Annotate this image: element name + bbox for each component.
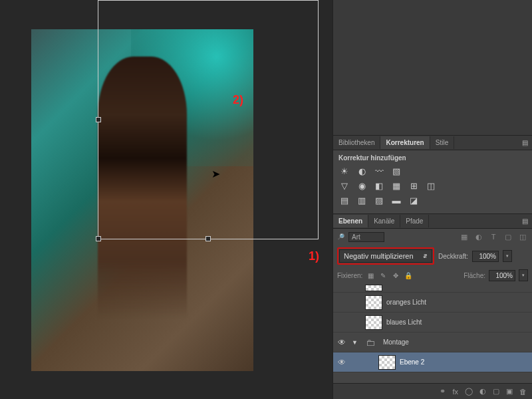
selective-color-icon[interactable]: ◪ bbox=[408, 195, 420, 205]
tab-kanaele[interactable]: Kanäle bbox=[368, 215, 400, 227]
lock-fill-row: Fixieren: ▦ ✎ ✥ 🔒 Fläche: ▾ bbox=[333, 267, 532, 283]
visibility-toggle[interactable]: 👁 bbox=[336, 356, 348, 368]
photo-figure bbox=[98, 57, 187, 347]
lock-all-icon[interactable]: 🔒 bbox=[404, 271, 413, 280]
layer-thumb bbox=[378, 355, 396, 370]
layer-name: oranges Licht bbox=[386, 299, 426, 306]
posterize-icon[interactable]: ▥ bbox=[356, 195, 368, 205]
brightness-icon[interactable]: ☀ bbox=[338, 166, 350, 176]
layer-list: oranges Licht blaues Licht 👁 ▼ 🗀 Montage… bbox=[333, 283, 532, 372]
photo-content bbox=[31, 29, 253, 371]
properties-panel-empty bbox=[333, 0, 532, 136]
annotation-2: 2) bbox=[233, 93, 243, 107]
opacity-label: Deckkraft: bbox=[438, 253, 468, 260]
tab-stile[interactable]: Stile bbox=[430, 136, 454, 149]
panels-sidebar: Bibliotheken Korrekturen Stile ▤ Korrekt… bbox=[332, 0, 532, 399]
annotation-1: 1) bbox=[309, 249, 319, 263]
layer-thumb bbox=[365, 295, 382, 310]
exposure-icon[interactable]: ▧ bbox=[390, 166, 402, 176]
opacity-dropdown-icon[interactable]: ▾ bbox=[503, 250, 512, 262]
curves-icon[interactable]: 〰 bbox=[373, 166, 385, 176]
chevron-updown-icon: ⇵ bbox=[423, 253, 428, 259]
layers-tab-bar: Ebenen Kanäle Pfade ▤ bbox=[333, 214, 532, 229]
blend-opacity-row: Negativ multiplizieren ⇵ Deckkraft: ▾ bbox=[333, 245, 532, 267]
layer-row[interactable]: 👁 Ebene 2 bbox=[333, 352, 532, 372]
filter-shape-icon[interactable]: ▢ bbox=[503, 231, 513, 242]
disclosure-triangle-icon[interactable]: ▼ bbox=[352, 339, 358, 346]
new-group-icon[interactable]: ▢ bbox=[493, 387, 499, 396]
hue-icon[interactable]: ◉ bbox=[356, 180, 368, 191]
folder-icon: 🗀 bbox=[362, 335, 379, 350]
link-layers-icon[interactable]: ⚭ bbox=[440, 387, 446, 396]
fill-label: Fläche: bbox=[464, 272, 485, 279]
layer-row[interactable]: oranges Licht bbox=[333, 293, 532, 313]
document-image[interactable] bbox=[31, 29, 253, 371]
mask-icon[interactable]: ◯ bbox=[465, 387, 473, 396]
layer-kind-filter[interactable] bbox=[348, 232, 384, 242]
blend-mode-value: Negativ multiplizieren bbox=[344, 252, 414, 260]
layers-filter-row: 🔎 ▦ ◐ T ▢ ◫ bbox=[333, 229, 532, 245]
trash-icon[interactable]: 🗑 bbox=[519, 388, 527, 396]
layer-name: Ebene 2 bbox=[400, 358, 424, 366]
lock-label: Fixieren: bbox=[337, 272, 362, 279]
bw-icon[interactable]: ◧ bbox=[373, 180, 385, 191]
invert-icon[interactable]: ▤ bbox=[338, 195, 350, 205]
vibrance-icon[interactable]: ▽ bbox=[338, 180, 350, 191]
layer-row[interactable]: blaues Licht bbox=[333, 313, 532, 332]
lock-transparency-icon[interactable]: ▦ bbox=[366, 271, 375, 280]
visibility-toggle[interactable] bbox=[336, 317, 348, 329]
fx-icon[interactable]: fx bbox=[452, 388, 458, 396]
panel-menu-icon[interactable]: ▤ bbox=[518, 139, 532, 146]
photo-filter-icon[interactable]: ▦ bbox=[390, 180, 402, 191]
filter-type-icon[interactable]: T bbox=[488, 231, 499, 242]
tab-ebenen[interactable]: Ebenen bbox=[333, 215, 368, 227]
adjustments-tab-bar: Bibliotheken Korrekturen Stile ▤ bbox=[333, 136, 532, 150]
layer-peek[interactable] bbox=[333, 283, 532, 293]
filter-smart-icon[interactable]: ◫ bbox=[517, 231, 528, 242]
channel-mixer-icon[interactable]: ⊞ bbox=[408, 180, 420, 191]
opacity-input[interactable] bbox=[472, 251, 499, 262]
tab-korrekturen[interactable]: Korrekturen bbox=[380, 136, 430, 149]
fill-input[interactable] bbox=[489, 270, 515, 281]
tab-pfade[interactable]: Pfade bbox=[400, 215, 429, 227]
blend-mode-select[interactable]: Negativ multiplizieren ⇵ bbox=[339, 249, 432, 263]
filter-pixel-icon[interactable]: ▦ bbox=[459, 231, 469, 242]
lock-position-icon[interactable]: ✥ bbox=[391, 271, 400, 280]
adjustments-panel: Korrektur hinzufügen ☀ ◐ 〰 ▧ ▽ ◉ ◧ ▦ ⊞ ◫… bbox=[333, 150, 532, 213]
visibility-toggle[interactable] bbox=[336, 297, 348, 309]
fill-dropdown-icon[interactable]: ▾ bbox=[519, 269, 528, 281]
adjustments-heading: Korrektur hinzufügen bbox=[338, 154, 527, 162]
levels-icon[interactable]: ◐ bbox=[356, 166, 368, 176]
lock-pixels-icon[interactable]: ✎ bbox=[378, 271, 388, 280]
layers-menu-icon[interactable]: ▤ bbox=[518, 217, 532, 225]
filter-adj-icon[interactable]: ◐ bbox=[473, 231, 484, 242]
layer-name: Montage bbox=[383, 338, 409, 346]
threshold-icon[interactable]: ▨ bbox=[373, 195, 385, 205]
new-adjustment-icon[interactable]: ◐ bbox=[479, 387, 486, 396]
canvas-area[interactable]: ➤ bbox=[0, 0, 319, 399]
layer-thumb bbox=[365, 315, 382, 330]
lut-icon[interactable]: ◫ bbox=[425, 180, 437, 191]
layers-bottom-toolbar: ⚭ fx ◯ ◐ ▢ ▣ 🗑 bbox=[333, 383, 532, 399]
annotation-highlight-1: Negativ multiplizieren ⇵ bbox=[337, 247, 434, 265]
tab-bibliotheken[interactable]: Bibliotheken bbox=[333, 136, 380, 149]
gradient-map-icon[interactable]: ▬ bbox=[390, 195, 402, 205]
layer-name: blaues Licht bbox=[386, 319, 422, 326]
layer-group-row[interactable]: 👁 ▼ 🗀 Montage bbox=[333, 332, 532, 352]
new-layer-icon[interactable]: ▣ bbox=[506, 387, 513, 396]
visibility-toggle[interactable]: 👁 bbox=[336, 336, 348, 348]
